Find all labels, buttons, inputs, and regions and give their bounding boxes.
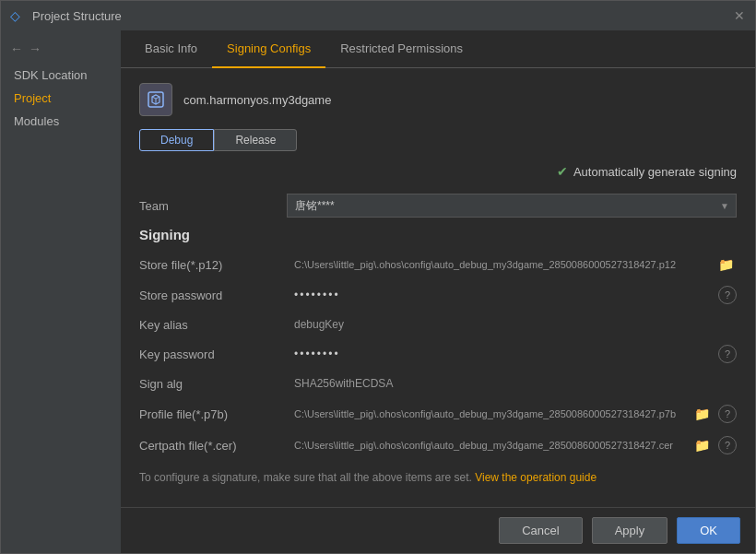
sidebar: ← → SDK Location Project Modules [1,30,121,553]
certpath-file-row: Certpath file(*.cer) C:\Users\little_pig… [139,434,737,456]
store-password-label: Store password [139,289,287,302]
profile-folder-icon[interactable]: 📁 [691,403,713,425]
folder-icon[interactable]: 📁 [715,253,737,276]
svg-line-2 [156,97,159,99]
ok-button[interactable]: OK [677,517,740,544]
store-password-field: •••••••• ? [287,285,737,305]
store-file-row: Store file(*.p12) C:\Users\little_pig\.o… [139,253,737,276]
team-select[interactable]: 唐铭**** [287,194,737,218]
sidebar-item-project[interactable]: Project [1,87,121,110]
window-body: ← → SDK Location Project Modules Basic I… [1,30,755,553]
content-area: com.harmonyos.my3dgame Debug Release ✔ A… [121,68,755,507]
footer-note-text: To configure a signature, make sure that… [139,471,472,484]
dialog-footer: Cancel Apply OK [121,507,755,553]
certpath-help-icon[interactable]: ? [718,436,737,454]
tab-restricted-permissions[interactable]: Restricted Permissions [325,30,478,68]
check-icon: ✔ [557,164,568,179]
store-password-row: Store password •••••••• ? [139,285,737,305]
store-file-field: C:\Users\little_pig\.ohos\config\auto_de… [287,253,737,276]
key-alias-value: debugKey [287,314,737,335]
project-header: com.harmonyos.my3dgame [139,83,737,116]
profile-file-label: Profile file(*.p7b) [139,407,287,421]
certpath-file-field: C:\Users\little_pig\.ohos\config\auto_de… [287,434,737,456]
config-buttons: Debug Release [139,129,737,151]
certpath-folder-icon[interactable]: 📁 [691,434,713,456]
sign-alg-value: SHA256withECDSA [287,373,737,394]
key-password-field: •••••••• ? [287,344,737,364]
cancel-button[interactable]: Cancel [499,517,582,544]
signing-section-title: Signing [139,227,737,242]
app-icon: ◇ [10,8,25,23]
sign-alg-row: Sign alg SHA256withECDSA [139,373,737,394]
project-icon [139,83,172,116]
back-button[interactable]: ← [10,41,23,56]
profile-file-field: C:\Users\little_pig\.ohos\config\auto_de… [287,403,737,425]
tab-basic-info[interactable]: Basic Info [130,30,212,68]
auto-sign-label: Automatically generate signing [573,165,737,179]
key-alias-label: Key alias [139,318,287,332]
close-button[interactable]: ✕ [733,9,746,22]
nav-arrows: ← → [1,38,121,64]
main-content: Basic Info Signing Configs Restricted Pe… [121,30,755,553]
forward-button[interactable]: → [29,41,41,56]
title-bar: ◇ Project Structure ✕ [1,1,755,30]
main-window: ◇ Project Structure ✕ ← → SDK Location P… [0,0,756,554]
debug-button[interactable]: Debug [139,129,214,151]
key-password-row: Key password •••••••• ? [139,344,737,364]
tab-signing-configs[interactable]: Signing Configs [212,30,325,68]
certpath-file-value: C:\Users\little_pig\.ohos\config\auto_de… [287,436,687,454]
profile-help-icon[interactable]: ? [718,405,737,423]
team-select-wrapper: 唐铭**** ▼ [287,194,737,218]
tab-bar: Basic Info Signing Configs Restricted Pe… [121,30,755,68]
team-label: Team [139,199,287,213]
key-password-value: •••••••• [287,344,713,364]
key-password-help-icon[interactable]: ? [718,345,737,363]
key-password-label: Key password [139,348,287,361]
store-password-value: •••••••• [287,285,713,305]
team-row: Team 唐铭**** ▼ [139,194,737,218]
footer-note: To configure a signature, make sure that… [139,471,737,491]
auto-sign-row: ✔ Automatically generate signing [139,164,737,179]
operation-guide-link[interactable]: View the operation guide [475,471,597,484]
project-name: com.harmonyos.my3dgame [183,93,331,107]
window-title: Project Structure [32,9,733,23]
sign-alg-label: Sign alg [139,377,287,391]
apply-button[interactable]: Apply [592,517,668,544]
store-file-label: Store file(*.p12) [139,258,287,272]
store-password-help-icon[interactable]: ? [718,286,737,304]
profile-file-row: Profile file(*.p7b) C:\Users\little_pig\… [139,403,737,425]
sidebar-item-modules[interactable]: Modules [1,110,121,133]
profile-file-value: C:\Users\little_pig\.ohos\config\auto_de… [287,405,687,423]
svg-line-1 [152,97,156,99]
key-alias-row: Key alias debugKey [139,314,737,335]
release-button[interactable]: Release [214,129,297,151]
sidebar-item-sdk-location[interactable]: SDK Location [1,64,121,87]
certpath-file-label: Certpath file(*.cer) [139,439,287,453]
store-file-value: C:\Users\little_pig\.ohos\config\auto_de… [287,255,711,274]
